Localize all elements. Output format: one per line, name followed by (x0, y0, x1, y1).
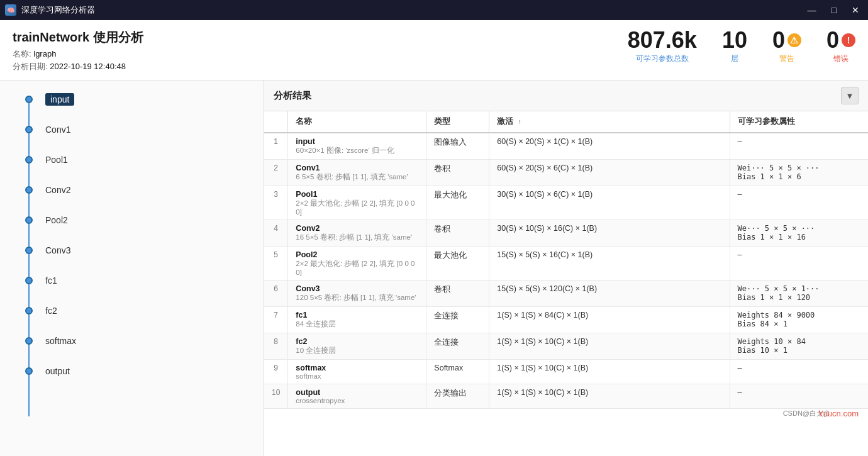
layer-type: 最大池化 (426, 186, 489, 220)
name-label: 名称: (13, 49, 31, 58)
layers-number: 10 (722, 29, 747, 52)
node-dot-pool1 (25, 156, 33, 164)
date-label: 分析日期: (13, 62, 48, 71)
titlebar-controls: — □ ✕ (804, 4, 863, 16)
header-left: trainNetwork 使用分析 名称: lgraph 分析日期: 2022-… (13, 29, 143, 74)
layer-type: 卷积 (426, 281, 489, 307)
close-button[interactable]: ✕ (848, 4, 863, 16)
network-name-row: 名称: lgraph (13, 48, 143, 60)
layer-type: 图像输入 (426, 133, 489, 160)
table-row: 5 Pool2 2×2 最大池化: 步幅 [2 2], 填充 [0 0 0 0]… (264, 247, 868, 281)
layer-type: 卷积 (426, 220, 489, 247)
warning-icon: ⚠ (787, 33, 801, 47)
layer-type: 最大池化 (426, 247, 489, 281)
header-stats: 807.6k 可学习参数总数 10 层 0 ⚠ 警告 0 ! 错误 (628, 29, 855, 67)
layer-desc: softmax (296, 372, 418, 380)
errors-row: 0 ! (826, 29, 855, 52)
node-item[interactable]: Conv1 (25, 123, 76, 136)
node-label-softmax: softmax (45, 335, 76, 347)
errors-number: 0 (826, 29, 839, 52)
layer-name: output (296, 388, 418, 397)
stat-layers: 10 层 (722, 29, 747, 64)
params-label: 可学习参数总数 (628, 53, 697, 64)
layer-desc: 84 全连接层 (296, 320, 418, 329)
dropdown-button[interactable]: ▼ (841, 87, 859, 104)
analysis-date-row: 分析日期: 2022-10-19 12:40:48 (13, 61, 143, 72)
analysis-header: 分析结果 ▼ (264, 81, 868, 111)
header-row: 名称 类型 激活 ↑ 可学习参数属性 (264, 111, 868, 133)
node-dot-pool2 (25, 216, 33, 224)
layer-name: fc1 (296, 311, 418, 320)
layer-activation: 30(S) × 10(S) × 6(C) × 1(B) (489, 186, 730, 220)
row-number: 1 (264, 133, 288, 160)
node-label-fc1: fc1 (45, 274, 57, 287)
layer-name: fc2 (296, 337, 418, 346)
row-number: 2 (264, 160, 288, 186)
watermark: Yuucn.com (818, 409, 859, 418)
right-panel[interactable]: 分析结果 ▼ 名称 类型 激活 ↑ 可学习参数属性 (264, 81, 868, 456)
node-label-fc2: fc2 (45, 304, 57, 317)
node-item[interactable]: output (25, 365, 76, 377)
table-row: 7 fc1 84 全连接层 全连接 1(S) × 1(S) × 84(C) × … (264, 307, 868, 333)
layer-name: softmax (296, 364, 418, 372)
warnings-label: 警告 (772, 53, 801, 64)
node-item[interactable]: fc1 (25, 274, 76, 287)
node-item[interactable]: Conv3 (25, 244, 76, 257)
node-item[interactable]: Pool1 (25, 153, 76, 166)
layer-desc: 6 5×5 卷积: 步幅 [1 1], 填充 'same' (296, 172, 418, 182)
node-item[interactable]: input (25, 93, 76, 106)
node-item[interactable]: Pool2 (25, 214, 76, 226)
layer-params: – (730, 360, 868, 384)
layer-params: Weights 10 × 84Bias 10 × 1 (730, 333, 868, 360)
node-item[interactable]: fc2 (25, 304, 76, 317)
layer-activation: 1(S) × 1(S) × 10(C) × 1(B) (489, 384, 730, 409)
params-number: 807.6k (628, 29, 697, 52)
layer-type: 全连接 (426, 307, 489, 333)
body: input Conv1 Pool1 Conv2 Pool2 (0, 81, 868, 456)
layer-type: Softmax (426, 360, 489, 384)
node-dot-fc1 (25, 277, 33, 284)
layer-activation: 15(S) × 5(S) × 16(C) × 1(B) (489, 247, 730, 281)
table-row: 2 Conv1 6 5×5 卷积: 步幅 [1 1], 填充 'same' 卷积… (264, 160, 868, 186)
maximize-button[interactable]: □ (828, 4, 840, 16)
warnings-number: 0 (772, 29, 785, 52)
right-panel-inner: 分析结果 ▼ 名称 类型 激活 ↑ 可学习参数属性 (264, 81, 868, 456)
layer-name: Pool1 (296, 190, 418, 199)
titlebar-title: 深度学习网络分析器 (21, 4, 95, 16)
layer-name-cell: Conv2 16 5×5 卷积: 步幅 [1 1], 填充 'same' (288, 220, 426, 247)
node-dot-fc2 (25, 307, 33, 314)
layer-desc: 60×20×1 图像: 'zscore' 归一化 (296, 146, 418, 155)
node-dot-input (25, 96, 33, 103)
node-item[interactable]: Conv2 (25, 184, 76, 196)
node-dot-conv2 (25, 186, 33, 194)
layer-name-cell: Pool2 2×2 最大池化: 步幅 [2 2], 填充 [0 0 0 0] (288, 247, 426, 281)
layer-params: Weights 84 × 9000Bias 84 × 1 (730, 307, 868, 333)
row-number: 7 (264, 307, 288, 333)
row-number: 4 (264, 220, 288, 247)
layer-desc: 2×2 最大池化: 步幅 [2 2], 填充 [0 0 0 0] (296, 199, 418, 216)
layer-params: We··· 5 × 5 × 1···Bias 1 × 1 × 120 (730, 281, 868, 307)
col-type: 类型 (426, 111, 489, 133)
date-value: 2022-10-19 12:40:48 (50, 62, 126, 71)
layer-type: 全连接 (426, 333, 489, 360)
row-number: 3 (264, 186, 288, 220)
row-number: 8 (264, 333, 288, 360)
analysis-table: 名称 类型 激活 ↑ 可学习参数属性 1 input 60×20×1 图像: '… (264, 111, 868, 409)
minimize-button[interactable]: — (804, 4, 820, 16)
layer-type: 分类输出 (426, 384, 489, 409)
col-params: 可学习参数属性 (730, 111, 868, 133)
main-container: trainNetwork 使用分析 名称: lgraph 分析日期: 2022-… (0, 20, 868, 456)
node-label-input: input (45, 93, 74, 106)
name-value: lgraph (33, 49, 56, 58)
layer-activation: 1(S) × 1(S) × 10(C) × 1(B) (489, 360, 730, 384)
layer-name-cell: input 60×20×1 图像: 'zscore' 归一化 (288, 133, 426, 160)
col-activation: 激活 ↑ (489, 111, 730, 133)
layer-name: Conv1 (296, 164, 418, 172)
layer-name-cell: Pool1 2×2 最大池化: 步幅 [2 2], 填充 [0 0 0 0] (288, 186, 426, 220)
node-label-conv2: Conv2 (45, 184, 70, 196)
col-name: 名称 (288, 111, 426, 133)
stat-errors: 0 ! 错误 (826, 29, 855, 64)
node-item[interactable]: softmax (25, 335, 76, 347)
layer-desc: 16 5×5 卷积: 步幅 [1 1], 填充 'same' (296, 233, 418, 242)
titlebar: 🧠 深度学习网络分析器 — □ ✕ (0, 0, 868, 20)
